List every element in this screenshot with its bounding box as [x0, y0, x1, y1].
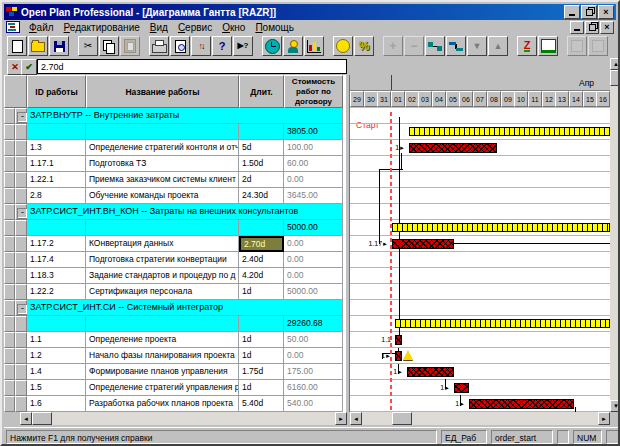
- cell-id[interactable]: 1.17.4: [27, 252, 86, 268]
- scroll-down-button[interactable]: ▼: [610, 400, 620, 412]
- row-selector[interactable]: [15, 220, 27, 236]
- row-selector[interactable]: [4, 236, 15, 252]
- row-selector[interactable]: [4, 364, 15, 380]
- menu-item-edit[interactable]: Редактирование: [59, 21, 145, 34]
- resources-button[interactable]: [283, 36, 303, 56]
- cell-duration[interactable]: 4.20d: [239, 268, 284, 284]
- row-selector[interactable]: [15, 140, 27, 156]
- cell-name[interactable]: Формирование планов управления: [86, 364, 239, 380]
- cell-name[interactable]: Сертификация персонала: [86, 284, 239, 300]
- cell-name[interactable]: КОнвертация данных: [86, 236, 239, 252]
- save-button[interactable]: [49, 36, 69, 56]
- scroll-left-button[interactable]: ◄: [20, 412, 32, 425]
- vertical-scroll-thumb[interactable]: [610, 70, 620, 86]
- menu-item-tools[interactable]: Сервис: [173, 21, 217, 34]
- gantt-bar-task[interactable]: [469, 399, 574, 409]
- views-screen-button[interactable]: [538, 36, 558, 56]
- histogram-button[interactable]: [304, 36, 324, 56]
- new-button[interactable]: [7, 36, 27, 56]
- cell-id[interactable]: 1.17.2: [27, 236, 86, 252]
- cell-id[interactable]: 2.8: [27, 188, 86, 204]
- cell-cost[interactable]: 540.00: [284, 396, 343, 412]
- app-icon[interactable]: [6, 7, 18, 17]
- cell-name[interactable]: Приемка заказчиком системы клиент: [86, 172, 239, 188]
- gantt-bar-summary[interactable]: [395, 319, 610, 328]
- cell-name[interactable]: [86, 124, 239, 140]
- cell-name[interactable]: Определение стратегий контоля и отч: [86, 140, 239, 156]
- row-selector[interactable]: [15, 252, 27, 268]
- cell-id[interactable]: 1.1: [27, 332, 86, 348]
- sort-updown-button[interactable]: ↑↓: [191, 36, 211, 56]
- menu-item-help[interactable]: Помощь: [250, 21, 299, 34]
- scroll-right-button[interactable]: ►: [598, 412, 610, 425]
- zoom-locked-button[interactable]: [567, 36, 587, 56]
- row-selector[interactable]: [15, 268, 27, 284]
- cell-duration[interactable]: 1.50d: [239, 156, 284, 172]
- scroll-up-button[interactable]: ▲: [610, 58, 620, 70]
- network-view-button[interactable]: Z: [517, 36, 537, 56]
- row-selector[interactable]: [4, 252, 15, 268]
- cell-id[interactable]: 1.4: [27, 364, 86, 380]
- menu-item-view[interactable]: Вид: [145, 21, 173, 34]
- cell-duration[interactable]: 5d: [239, 140, 284, 156]
- cell-duration[interactable]: [239, 124, 284, 140]
- cost-coin-button[interactable]: [333, 36, 353, 56]
- child-close-button[interactable]: ×: [600, 21, 614, 34]
- cell-id[interactable]: 1.22.1: [27, 172, 86, 188]
- cell-cost[interactable]: 0.00: [284, 236, 343, 252]
- percent-button[interactable]: %: [354, 36, 374, 56]
- gantt-bar-task[interactable]: [407, 367, 454, 377]
- cell-id[interactable]: 1.18.3: [27, 268, 86, 284]
- gantt-bar-summary[interactable]: [392, 223, 610, 232]
- cell-duration[interactable]: 1.75d: [239, 364, 284, 380]
- pan-locked-button[interactable]: [588, 36, 608, 56]
- cell-id[interactable]: [27, 220, 86, 236]
- cell-cost[interactable]: 175.00: [284, 364, 343, 380]
- gantt-horizontal-scrollbar[interactable]: ◄ ►: [350, 412, 610, 425]
- remove-button[interactable]: −: [404, 36, 424, 56]
- vertical-scrollbar[interactable]: ▲ ▼: [610, 58, 620, 412]
- gantt-bar-task[interactable]: [454, 383, 469, 393]
- cell-id[interactable]: 1.5: [27, 380, 86, 396]
- child-restore-button[interactable]: [585, 21, 599, 34]
- accept-edit-button[interactable]: ✔: [21, 59, 37, 75]
- gantt-bar-task[interactable]: [409, 143, 497, 153]
- add-button[interactable]: +: [383, 36, 403, 56]
- cell-name[interactable]: Обучение команды проекта: [86, 188, 239, 204]
- row-selector[interactable]: [4, 172, 15, 188]
- col-header-name[interactable]: Название работы: [86, 75, 239, 108]
- cell-cost[interactable]: 100.00: [284, 140, 343, 156]
- row-selector[interactable]: [4, 108, 15, 124]
- cell-cost[interactable]: 3645.00: [284, 188, 343, 204]
- row-selector[interactable]: [4, 316, 15, 332]
- group-row-label[interactable]: ЗАТР.СИСТ_ИНТ.ВН_КОН -- Затраты на внешн…: [27, 204, 343, 220]
- gantt-bar-task[interactable]: [392, 239, 454, 249]
- context-help-button[interactable]: ▶?: [233, 36, 253, 56]
- gantt-bar-summary[interactable]: [409, 127, 610, 136]
- cell-duration[interactable]: 1d: [239, 284, 284, 300]
- row-selector[interactable]: [4, 188, 15, 204]
- cell-duration[interactable]: 2.40d: [239, 252, 284, 268]
- cut-button[interactable]: ✂: [78, 36, 98, 56]
- row-selector[interactable]: [15, 156, 27, 172]
- row-selector[interactable]: [15, 108, 27, 124]
- row-selector[interactable]: [15, 396, 27, 412]
- link-activities-button[interactable]: [425, 36, 445, 56]
- row-selector[interactable]: [15, 236, 27, 252]
- cell-cost[interactable]: 0.00: [284, 348, 343, 364]
- cell-id[interactable]: 1.22.2: [27, 284, 86, 300]
- cell-id[interactable]: 1.6: [27, 396, 86, 412]
- paste-button[interactable]: [120, 36, 140, 56]
- row-selector[interactable]: [4, 396, 15, 412]
- row-selector[interactable]: [15, 188, 27, 204]
- gantt-bar-task[interactable]: [395, 351, 402, 361]
- scroll-right-button[interactable]: ►: [335, 412, 347, 425]
- row-selector[interactable]: [15, 364, 27, 380]
- cell-cost[interactable]: 0.00: [284, 268, 343, 284]
- cell-name[interactable]: Начало фазы планирования проекта: [86, 348, 239, 364]
- cell-duration[interactable]: 24.30d: [239, 188, 284, 204]
- cell-name[interactable]: Подготовка стратегии конвертации: [86, 252, 239, 268]
- cell-id[interactable]: [27, 316, 86, 332]
- cell-edit-input[interactable]: [37, 59, 347, 74]
- row-selector[interactable]: [4, 268, 15, 284]
